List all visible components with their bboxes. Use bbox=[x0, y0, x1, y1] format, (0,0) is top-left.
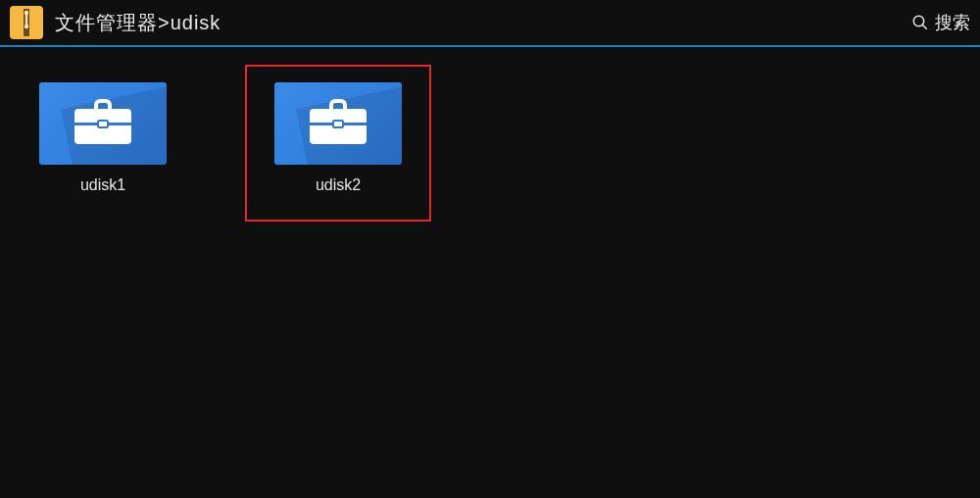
folder-label: udisk1 bbox=[80, 176, 125, 194]
svg-rect-3 bbox=[25, 14, 27, 25]
briefcase-icon bbox=[73, 99, 133, 148]
svg-rect-8 bbox=[98, 121, 108, 127]
folder-icon bbox=[274, 82, 402, 165]
zip-icon bbox=[17, 9, 36, 36]
header: 文件管理器>udisk 搜索 bbox=[0, 0, 980, 45]
svg-point-4 bbox=[913, 16, 924, 26]
app-icon bbox=[10, 6, 43, 39]
svg-line-5 bbox=[922, 25, 927, 29]
search-label: 搜索 bbox=[935, 11, 970, 34]
briefcase-icon bbox=[308, 99, 368, 148]
search-button[interactable]: 搜索 bbox=[911, 0, 970, 45]
file-grid: udisk1 udisk2 bbox=[0, 47, 980, 239]
folder-item-udisk2[interactable]: udisk2 bbox=[245, 65, 431, 222]
folder-label: udisk2 bbox=[316, 176, 361, 194]
folder-item-udisk1[interactable]: udisk1 bbox=[10, 65, 196, 222]
folder-icon bbox=[39, 82, 167, 165]
breadcrumb[interactable]: 文件管理器>udisk bbox=[55, 10, 220, 36]
svg-rect-11 bbox=[333, 121, 343, 127]
search-icon bbox=[911, 14, 929, 31]
